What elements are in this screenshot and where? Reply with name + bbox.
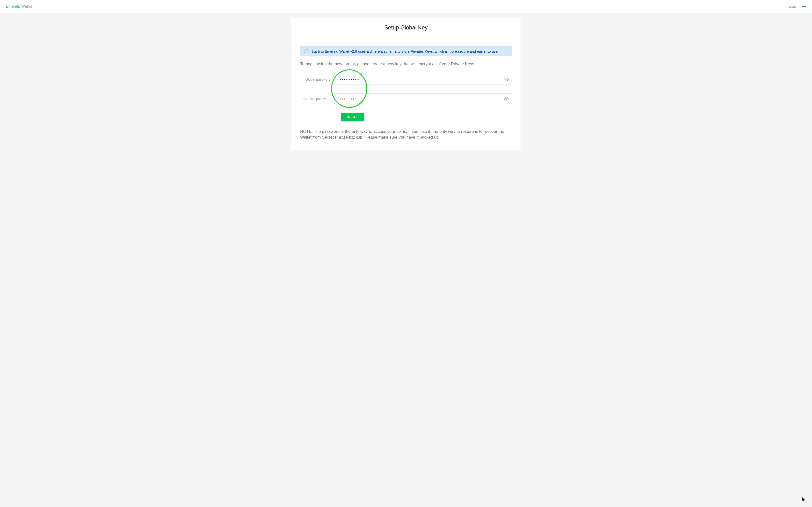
confirm-password-wrapper	[336, 94, 512, 104]
confirm-password-label: Confirm password	[300, 97, 336, 101]
logo-suffix: Wallet	[20, 4, 32, 8]
confirm-password-row: Confirm password	[300, 94, 512, 104]
eye-icon[interactable]	[504, 77, 509, 82]
global-password-label: Global password	[300, 77, 336, 81]
global-password-wrapper	[336, 74, 512, 85]
info-banner: i Starting Emerald Wallet v2.6 uses a di…	[300, 46, 512, 56]
global-password-input[interactable]	[336, 74, 512, 85]
confirm-password-input[interactable]	[336, 94, 512, 104]
balance-display: 0.00	[789, 5, 796, 9]
mouse-cursor	[802, 497, 805, 502]
hamburger-menu-icon[interactable]	[802, 5, 806, 8]
page-title: Setup Global Key	[292, 18, 520, 38]
global-password-row: Global password	[300, 74, 512, 85]
svg-point-0	[506, 79, 507, 80]
logo-brand: Emerald	[6, 4, 20, 8]
note-text: NOTE: The password is the only way to ac…	[300, 129, 512, 140]
main-card: Setup Global Key i Starting Emerald Wall…	[291, 18, 521, 150]
intro-text: To begin using the new format, please cr…	[300, 62, 512, 66]
svg-point-1	[506, 98, 507, 100]
info-banner-text: Starting Emerald Wallet v2.6 uses a diff…	[311, 49, 499, 53]
info-icon: i	[304, 49, 308, 53]
app-header: Emerald Wallet 0.00	[0, 0, 812, 13]
create-button[interactable]: CREATE	[341, 113, 364, 121]
app-logo: Emerald Wallet	[6, 4, 32, 9]
eye-icon[interactable]	[504, 96, 509, 101]
content-area: i Starting Emerald Wallet v2.6 uses a di…	[292, 38, 520, 150]
header-right: 0.00	[789, 5, 806, 9]
form-area: Global password Confirm password	[300, 74, 512, 121]
